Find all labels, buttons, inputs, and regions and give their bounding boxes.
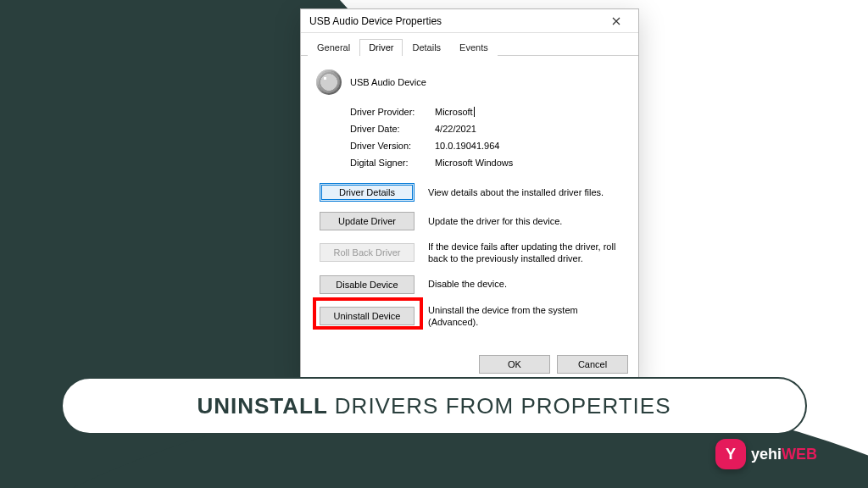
properties-dialog: USB Audio Device Properties General Driv… bbox=[300, 8, 639, 385]
ok-button[interactable]: OK bbox=[479, 355, 550, 374]
cancel-button[interactable]: Cancel bbox=[557, 355, 628, 374]
value-version: 10.0.19041.964 bbox=[435, 141, 626, 151]
brand-badge-icon: Y bbox=[715, 439, 746, 469]
window-title: USB Audio Device Properties bbox=[309, 15, 442, 27]
tab-details[interactable]: Details bbox=[403, 39, 450, 56]
tab-strip: General Driver Details Events bbox=[301, 33, 638, 56]
brand-text: yehiWEB bbox=[751, 446, 817, 463]
brand-text-2: WEB bbox=[782, 446, 817, 463]
value-date: 4/22/2021 bbox=[435, 124, 626, 134]
row-uninstall-device: Uninstall Device Uninstall the device fr… bbox=[320, 304, 626, 329]
disable-device-desc: Disable the device. bbox=[428, 278, 626, 290]
driver-details-desc: View details about the installed driver … bbox=[428, 186, 626, 198]
driver-properties: Driver Provider: Microsoft Driver Date: … bbox=[350, 107, 626, 168]
tab-pane-driver: USB Audio Device Driver Provider: Micros… bbox=[301, 56, 638, 348]
rollback-driver-desc: If the device fails after updating the d… bbox=[428, 241, 626, 265]
brand-logo: Y yehiWEB bbox=[715, 439, 817, 469]
uninstall-device-desc: Uninstall the device from the system (Ad… bbox=[428, 304, 626, 329]
close-icon[interactable] bbox=[601, 11, 632, 31]
caption-bold: UNINSTALL bbox=[197, 393, 327, 419]
tab-events[interactable]: Events bbox=[450, 39, 498, 56]
tab-general[interactable]: General bbox=[308, 39, 359, 56]
uninstall-device-button[interactable]: Uninstall Device bbox=[320, 307, 415, 325]
driver-details-button[interactable]: Driver Details bbox=[320, 183, 415, 202]
caption-pill: UNINSTALL DRIVERS FROM PROPERTIES bbox=[61, 377, 807, 435]
update-driver-button[interactable]: Update Driver bbox=[320, 212, 415, 230]
speaker-icon bbox=[316, 69, 342, 95]
device-header: USB Audio Device bbox=[316, 69, 626, 95]
stage: USB Audio Device Properties General Driv… bbox=[0, 0, 868, 488]
value-provider: Microsoft bbox=[435, 107, 626, 117]
update-driver-desc: Update the driver for this device. bbox=[428, 215, 626, 227]
rollback-driver-button: Roll Back Driver bbox=[320, 243, 415, 262]
tab-driver[interactable]: Driver bbox=[359, 39, 403, 56]
row-rollback-driver: Roll Back Driver If the device fails aft… bbox=[320, 241, 626, 265]
row-disable-device: Disable Device Disable the device. bbox=[320, 275, 626, 294]
row-driver-details: Driver Details View details about the in… bbox=[320, 183, 626, 202]
row-update-driver: Update Driver Update the driver for this… bbox=[320, 212, 626, 230]
caption-rest: DRIVERS FROM PROPERTIES bbox=[335, 393, 671, 419]
brand-text-1: yehi bbox=[751, 446, 782, 463]
label-version: Driver Version: bbox=[350, 141, 435, 151]
disable-device-button[interactable]: Disable Device bbox=[320, 275, 415, 294]
label-provider: Driver Provider: bbox=[350, 107, 435, 117]
label-signer: Digital Signer: bbox=[350, 158, 435, 168]
titlebar[interactable]: USB Audio Device Properties bbox=[301, 9, 638, 33]
device-name: USB Audio Device bbox=[350, 77, 426, 87]
label-date: Driver Date: bbox=[350, 124, 435, 134]
value-signer: Microsoft Windows bbox=[435, 158, 626, 168]
